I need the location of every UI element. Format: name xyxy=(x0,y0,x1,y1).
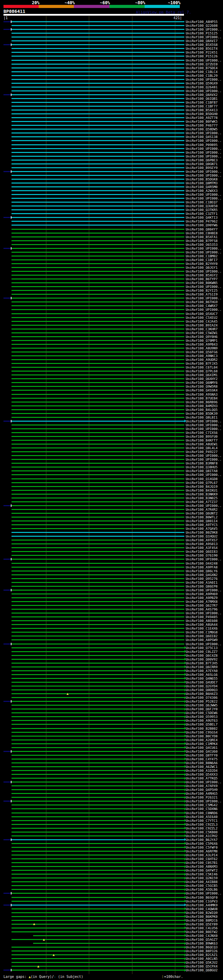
hit-bar[interactable] xyxy=(11,571,184,571)
hit-row[interactable]: UniRef100_C1BFI7 xyxy=(0,258,223,262)
hit-row[interactable]: UniRef100_B5DGK8 xyxy=(0,177,223,181)
hit-bar[interactable] xyxy=(11,213,184,214)
hit-bar[interactable] xyxy=(11,205,184,207)
hit-row[interactable]: UniRef100_A8U9N9 xyxy=(0,346,223,350)
hit-bar[interactable] xyxy=(11,628,184,629)
hit-row[interactable]: UniRef100_A9UT63 xyxy=(0,719,223,722)
hit-row[interactable]: UniRef100_A8PSW9 xyxy=(0,638,223,642)
hit-bar[interactable] xyxy=(11,866,184,867)
hit-row[interactable]: UniRef100_B7TJH5 xyxy=(0,661,223,665)
hit-bar[interactable] xyxy=(11,113,184,115)
hit-row[interactable]: UniRef100_O76190 xyxy=(0,554,223,557)
hit-label[interactable]: UniRef100_P15126 xyxy=(186,54,218,58)
hit-row[interactable]: UniRef100_B5DK39 xyxy=(0,412,223,415)
hit-row[interactable]: UniRef100_C6HT62 xyxy=(0,857,223,861)
hit-row[interactable]: UniRef100_C5P6X6 xyxy=(0,842,223,845)
hit-row[interactable]: UniRef100_Q8AVI7 xyxy=(0,39,223,43)
hit-row[interactable]: UniRef100_A1D2D4 xyxy=(0,768,223,772)
hit-row[interactable]: UniRef100_UPI000.. xyxy=(0,557,223,561)
hit-row[interactable]: UniRef100_UPI000.. xyxy=(0,154,223,158)
hit-bar[interactable] xyxy=(11,267,184,268)
hit-row[interactable]: UniRef100_P49405 xyxy=(0,615,223,619)
hit-row[interactable]: UniRef100_Q90YW6 xyxy=(0,223,223,227)
hit-label[interactable]: UniRef100_B5G1T4 xyxy=(186,46,218,51)
hit-bar[interactable] xyxy=(11,716,184,717)
hit-label[interactable]: UniRef100_Q6EE83 xyxy=(186,550,218,554)
hit-row[interactable]: UniRef100_P46777 xyxy=(0,123,223,127)
hit-label[interactable]: UniRef100_UPI000.. xyxy=(186,423,221,427)
hit-label[interactable]: UniRef100_C1BFI7 xyxy=(186,258,218,262)
hit-label[interactable]: UniRef100_B2CAZ1 xyxy=(186,953,218,957)
hit-bar[interactable] xyxy=(11,232,184,234)
hit-bar[interactable] xyxy=(33,935,184,936)
hit-row[interactable]: UniRef100_Q6CRR9 xyxy=(0,665,223,669)
hit-label[interactable]: UniRef100_C5XEU2 xyxy=(186,316,218,320)
hit-bar[interactable] xyxy=(11,759,184,760)
hit-row[interactable]: UniRef100_Q5BEL7 xyxy=(0,722,223,726)
hit-bar[interactable] xyxy=(11,881,184,882)
hit-bar[interactable] xyxy=(11,574,184,575)
hit-label[interactable]: UniRef100_B6TYP7 xyxy=(186,277,218,281)
hit-row[interactable]: UniRef100_C0S7B1 xyxy=(0,861,223,865)
hit-label[interactable]: UniRef100_A1D2D4 xyxy=(186,768,218,772)
hit-row[interactable]: UniRef100_P52822 xyxy=(0,700,223,703)
hit-label[interactable]: UniRef100_Q5XUC7 xyxy=(186,312,218,316)
hit-label[interactable]: UniRef100_Q8ITA8 xyxy=(186,469,218,473)
hit-bar[interactable] xyxy=(11,190,184,191)
hit-row[interactable]: UniRef100_A7TKQ5 xyxy=(0,776,223,780)
hit-label[interactable]: UniRef100_Q8AVI7 xyxy=(186,39,218,43)
hit-row[interactable]: UniRef100_Q1HQU2 xyxy=(0,535,223,538)
hit-row[interactable]: UniRef100_UPI000.. xyxy=(0,473,223,477)
hit-bar[interactable] xyxy=(11,148,184,149)
hit-bar[interactable] xyxy=(11,858,184,859)
hit-row[interactable]: UniRef100_Q00V92 xyxy=(0,657,223,661)
hit-row[interactable]: UniRef100_UPI000.. xyxy=(0,642,223,646)
hit-label[interactable]: UniRef100_Q0GN71 xyxy=(186,162,218,166)
hit-row[interactable]: UniRef100_A4HMK9 xyxy=(0,903,223,907)
hit-row[interactable]: UniRef100_O44248 xyxy=(0,562,223,565)
hit-label[interactable]: UniRef100_C0S7B1 xyxy=(186,861,218,865)
hit-label[interactable]: UniRef100_Q6JWW5 xyxy=(186,703,218,707)
hit-label[interactable]: UniRef100_A9TXS7 xyxy=(186,538,218,542)
hit-label[interactable]: UniRef100_Q38HU5 xyxy=(186,465,218,469)
hit-row[interactable]: UniRef100_C1BM02 xyxy=(0,254,223,258)
hit-row[interactable]: UniRef100_UPI000.. xyxy=(0,131,223,135)
hit-label[interactable]: UniRef100_UPI000.. xyxy=(186,611,221,615)
hit-label[interactable]: UniRef100_O74306 xyxy=(186,696,218,700)
hit-bar[interactable] xyxy=(11,321,184,322)
hit-label[interactable]: UniRef100_Q4UDE7 xyxy=(186,680,218,684)
hit-bar[interactable] xyxy=(11,405,184,406)
hit-row[interactable]: UniRef100_UPI000.. xyxy=(0,170,223,173)
hit-row[interactable]: UniRef100_Q4UDE7 xyxy=(0,680,223,684)
hit-bar[interactable] xyxy=(11,359,184,360)
hit-bar[interactable] xyxy=(11,301,184,302)
hit-row[interactable]: UniRef100_Q6BGU2 xyxy=(0,968,223,972)
hit-label[interactable]: UniRef100_B3RNF8 xyxy=(186,461,218,465)
hit-bar[interactable] xyxy=(11,401,184,402)
hit-row[interactable]: UniRef100_B2YHY0 xyxy=(0,262,223,266)
hit-row[interactable]: UniRef100_Q6EE82 xyxy=(0,634,223,638)
hit-row[interactable]: UniRef100_C1BEQ7 xyxy=(0,200,223,204)
hit-bar[interactable] xyxy=(11,44,184,45)
hit-bar[interactable] xyxy=(11,532,184,533)
hit-row[interactable]: UniRef100_Q2GYD4 xyxy=(0,684,223,688)
hit-bar[interactable] xyxy=(11,686,184,687)
hit-label[interactable]: UniRef100_UPI000.. xyxy=(186,891,221,895)
hit-row[interactable]: UniRef100_UPI000.. xyxy=(0,296,223,300)
hit-row[interactable]: UniRef100_A8UEW1 xyxy=(0,442,223,446)
hit-row[interactable]: UniRef100_Q6XIM1 xyxy=(0,373,223,377)
hit-bar[interactable] xyxy=(11,889,184,890)
hit-label[interactable]: UniRef100_B0Z9K8 xyxy=(186,530,218,535)
hit-bar[interactable] xyxy=(11,835,184,837)
hit-label[interactable]: UniRef100_Q4N655 xyxy=(186,676,218,680)
hit-label[interactable]: UniRef100_A8U9N9 xyxy=(186,346,218,350)
hit-row[interactable]: UniRef100_C3KHR7 xyxy=(0,327,223,331)
hit-label[interactable]: UniRef100_B6JYA7 xyxy=(186,838,218,842)
hit-bar[interactable] xyxy=(11,390,184,391)
hit-bar[interactable] xyxy=(11,466,184,468)
hit-bar[interactable] xyxy=(11,901,184,902)
hit-row[interactable]: UniRef100_P22451 xyxy=(0,51,223,54)
hit-label[interactable]: UniRef100_Q59GX9 xyxy=(186,81,218,85)
hit-label[interactable]: UniRef100_B0WTL2 xyxy=(186,515,218,519)
hit-label[interactable]: UniRef100_B4IKU1 xyxy=(186,488,218,492)
